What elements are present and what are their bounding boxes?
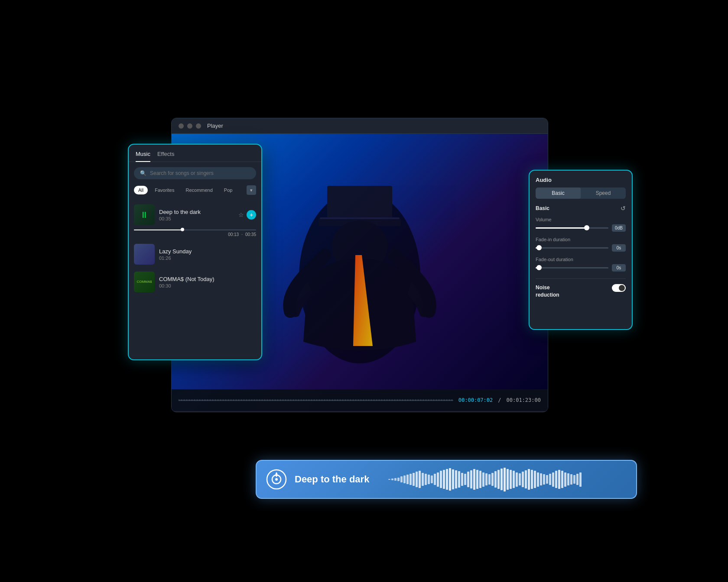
fade-out-slider-track[interactable]	[536, 267, 608, 268]
waveform-bar	[564, 472, 566, 487]
song-name-deep-dark: Deep to the dark	[159, 209, 234, 215]
filter-more-button[interactable]: ▾	[247, 185, 256, 195]
waveform-bar	[397, 478, 400, 482]
fade-in-slider-thumb[interactable]	[536, 245, 542, 250]
window-dot-minimize[interactable]	[187, 123, 192, 129]
waveform-bar	[497, 470, 500, 489]
song-item-deep-dark[interactable]: ⏸ Deep to the dark 00:35 ☆ +	[129, 201, 261, 229]
waveform-bar	[422, 473, 424, 486]
waveform-bar	[419, 471, 421, 488]
song-progress-thumb	[181, 228, 184, 231]
song-item-lazy-sunday[interactable]: Lazy Sunday 01:26	[129, 240, 261, 268]
fade-out-slider-thumb[interactable]	[536, 265, 542, 270]
song-progress-fill	[134, 230, 183, 230]
waveform-bar	[391, 479, 393, 480]
waveform-bar	[576, 474, 578, 485]
tab-speed[interactable]: Speed	[581, 188, 626, 199]
filter-recommend[interactable]: Recommend	[181, 186, 217, 194]
waveform-bar	[570, 474, 572, 485]
fade-in-label: Fade-in duration	[536, 237, 626, 242]
timeline-bar: 00:00:07:02 / 00:01:23:00	[172, 389, 548, 411]
waveform-bar	[428, 475, 430, 484]
waveform-bar	[449, 468, 451, 491]
volume-slider-row: 0dB	[536, 224, 626, 232]
waveform-bar	[552, 472, 554, 487]
window-dot-maximize[interactable]	[196, 123, 201, 129]
waveform-bar	[479, 471, 481, 488]
song-thumb-commas: COMMA$	[134, 272, 155, 292]
filter-row: All Favorites Recommend Pop ▾	[129, 183, 261, 197]
favorite-star-icon[interactable]: ☆	[238, 211, 244, 218]
volume-slider-track[interactable]	[536, 227, 608, 229]
figure-silhouette	[269, 147, 451, 398]
waveform-bar	[403, 475, 406, 483]
waveform-container	[388, 466, 627, 492]
song-duration-lazy-sunday: 01:26	[159, 255, 256, 261]
waveform-bar	[534, 471, 536, 488]
song-actions-deep-dark: ☆ +	[238, 210, 256, 220]
waveform-bar	[491, 473, 494, 486]
filter-pop[interactable]: Pop	[220, 186, 237, 194]
filter-favorites[interactable]: Favorites	[150, 186, 179, 194]
fade-in-value: 0s	[612, 244, 626, 252]
song-duration-commas: 00:30	[159, 283, 256, 288]
noise-reduction-toggle[interactable]	[612, 284, 626, 292]
fade-out-value: 0s	[612, 264, 626, 272]
fade-in-slider-track[interactable]	[536, 247, 608, 249]
svg-rect-1	[327, 186, 392, 220]
tab-basic[interactable]: Basic	[536, 188, 581, 199]
waveform-bar	[561, 471, 563, 488]
waveform-bar	[431, 475, 433, 483]
waveform-bar	[406, 475, 409, 484]
song-progress-bar[interactable]	[134, 230, 256, 230]
song-info-lazy-sunday: Lazy Sunday 01:26	[159, 248, 256, 261]
waveform-bar	[522, 472, 524, 487]
song-thumb-deep-dark: ⏸	[134, 204, 155, 225]
song-info-deep-dark: Deep to the dark 00:35	[159, 209, 234, 221]
svg-rect-4	[320, 217, 400, 219]
filter-all[interactable]: All	[134, 186, 148, 194]
waveform-bar	[440, 471, 442, 488]
progress-separator: ·	[241, 232, 243, 237]
window-dot-close[interactable]	[179, 123, 184, 129]
song-duration-deep-dark: 00:35	[159, 216, 234, 221]
timeline-track[interactable]	[179, 400, 453, 401]
song-progress-times: 00:13 · 00:35	[134, 232, 256, 237]
waveform-bar	[540, 473, 542, 486]
song-list: ⏸ Deep to the dark 00:35 ☆ +	[129, 197, 261, 299]
audio-panel: Audio Basic Speed Basic ↺ Volume 0dB	[529, 170, 633, 330]
waveform-bar	[567, 473, 569, 486]
waveform-bar	[537, 472, 539, 487]
fade-in-control: Fade-in duration 0s	[536, 237, 626, 252]
search-input[interactable]	[150, 170, 250, 176]
volume-value: 0dB	[612, 224, 626, 232]
tab-music[interactable]: Music	[136, 151, 150, 162]
song-progress-row: 00:13 · 00:35	[129, 229, 261, 240]
tab-effects[interactable]: Effects	[157, 151, 175, 162]
song-item-commas[interactable]: COMMA$ COMMA$ (Not Today) 00:30	[129, 268, 261, 296]
timeline-total: 00:01:23:00	[507, 397, 541, 403]
fade-out-label: Fade-out duration	[536, 257, 626, 262]
timeline-separator: /	[498, 397, 501, 403]
waveform-bar	[416, 472, 418, 487]
progress-current: 00:13	[228, 232, 239, 237]
fade-out-control: Fade-out duration 0s	[536, 257, 626, 272]
search-bar[interactable]: 🔍	[134, 167, 256, 179]
waveform-bar	[579, 472, 582, 487]
waveform-bar	[510, 470, 512, 489]
music-panel: Music Effects 🔍 All Favorites Recommend …	[128, 144, 262, 360]
waveform-bar	[485, 473, 488, 486]
reset-button[interactable]: ↺	[621, 205, 626, 212]
waveform-bar	[513, 471, 515, 488]
volume-slider-thumb[interactable]	[584, 225, 589, 230]
search-icon: 🔍	[140, 170, 146, 176]
waveform-bar	[507, 469, 509, 490]
add-song-button[interactable]: +	[247, 210, 256, 220]
waveform-bar	[458, 471, 460, 487]
waveform-bar	[516, 472, 518, 487]
waveform-bar	[464, 474, 466, 485]
volume-control: Volume 0dB	[536, 217, 626, 232]
waveform-bar	[558, 470, 560, 489]
waveform-bar	[519, 473, 521, 486]
waveform-bar	[531, 470, 533, 489]
